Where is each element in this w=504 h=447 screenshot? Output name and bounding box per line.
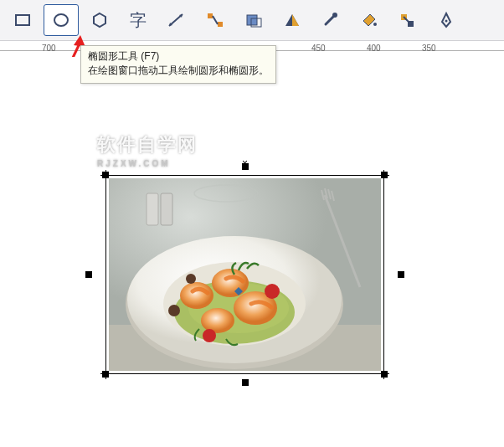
svg-line-13 bbox=[326, 16, 334, 24]
selection-border bbox=[383, 170, 384, 379]
transparency-tool[interactable] bbox=[275, 4, 310, 36]
resize-handle-ne[interactable] bbox=[381, 172, 388, 178]
resize-handle-n[interactable] bbox=[242, 163, 249, 170]
svg-rect-0 bbox=[16, 15, 29, 25]
svg-point-41 bbox=[186, 274, 196, 284]
pen-tool[interactable] bbox=[429, 4, 464, 36]
resize-handle-se[interactable] bbox=[381, 371, 388, 378]
eyedropper-tool[interactable] bbox=[313, 4, 348, 36]
svg-point-16 bbox=[373, 23, 377, 26]
svg-marker-2 bbox=[94, 13, 105, 27]
resize-handle-e[interactable] bbox=[398, 271, 404, 278]
dimension-tool[interactable] bbox=[159, 4, 194, 36]
svg-rect-6 bbox=[208, 13, 213, 18]
resize-handle-sw[interactable] bbox=[102, 371, 109, 378]
selection-border bbox=[100, 175, 389, 176]
selected-image[interactable]: × bbox=[109, 178, 381, 371]
svg-point-40 bbox=[168, 305, 180, 316]
rectangle-tool[interactable] bbox=[5, 4, 40, 36]
svg-point-37 bbox=[201, 308, 234, 333]
svg-point-34 bbox=[180, 282, 213, 309]
tooltip: 椭圆形工具 (F7) 在绘图窗口拖动工具绘制圆形和椭圆形。 bbox=[80, 45, 276, 84]
polygon-tool[interactable] bbox=[82, 4, 117, 36]
text-tool-label: 字 bbox=[130, 9, 147, 32]
tooltip-desc: 在绘图窗口拖动工具绘制圆形和椭圆形。 bbox=[88, 64, 269, 78]
svg-rect-9 bbox=[247, 15, 257, 25]
svg-line-8 bbox=[213, 16, 218, 24]
ruler-mark: 450 bbox=[311, 44, 326, 53]
paintbucket-tool[interactable] bbox=[352, 4, 387, 36]
svg-point-14 bbox=[332, 13, 337, 18]
food-photo bbox=[109, 178, 381, 371]
selection-border bbox=[100, 373, 389, 374]
ellipse-tool[interactable] bbox=[44, 4, 79, 36]
ruler-mark: 350 bbox=[422, 44, 436, 53]
toolbar: 字 bbox=[0, 0, 504, 41]
canvas-area[interactable]: 软件自学网 RJZXW.COM bbox=[0, 57, 504, 447]
connector-tool[interactable] bbox=[198, 4, 233, 36]
svg-rect-25 bbox=[147, 193, 158, 225]
selection-border bbox=[105, 170, 106, 379]
resize-handle-nw[interactable] bbox=[102, 172, 109, 178]
svg-point-38 bbox=[265, 284, 280, 299]
svg-point-20 bbox=[445, 20, 448, 23]
svg-point-1 bbox=[54, 14, 68, 26]
svg-marker-12 bbox=[292, 14, 299, 26]
text-tool[interactable]: 字 bbox=[121, 4, 156, 36]
resize-handle-s[interactable] bbox=[242, 379, 249, 386]
tooltip-title: 椭圆形工具 (F7) bbox=[88, 49, 269, 64]
svg-rect-7 bbox=[218, 22, 223, 27]
svg-marker-15 bbox=[363, 14, 375, 26]
resize-handle-w[interactable] bbox=[85, 271, 92, 278]
interactive-tool[interactable] bbox=[390, 4, 425, 36]
svg-rect-26 bbox=[161, 193, 172, 225]
ruler-mark: 400 bbox=[367, 44, 381, 53]
svg-point-39 bbox=[203, 329, 216, 342]
effects-tool[interactable] bbox=[236, 4, 271, 36]
ruler-mark: 700 bbox=[42, 44, 56, 53]
